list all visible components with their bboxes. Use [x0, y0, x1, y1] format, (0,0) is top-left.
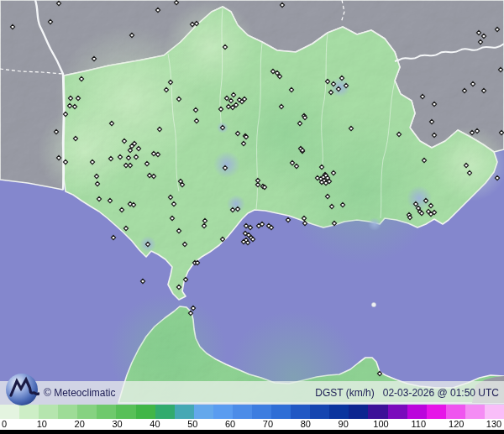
gust-halo [213, 151, 240, 178]
colorbar-tick-label: 50 [187, 419, 197, 430]
metric-label: DGST (km/h) [315, 387, 374, 399]
colorbar-segment [329, 405, 349, 419]
colorbar-tick-label: 10 [37, 419, 47, 430]
colorbar-segment [116, 405, 135, 419]
gust-halo [330, 77, 350, 97]
colorbar-tick-label: 130 [486, 419, 501, 430]
colorbar-ticks: 0102030405060708090100110120130 [0, 419, 504, 430]
colorbar [0, 405, 504, 419]
colorbar-segment [155, 405, 175, 419]
colorbar-segment [233, 405, 252, 419]
colorbar-segment [465, 405, 485, 419]
colorbar-segment [427, 405, 446, 419]
colorbar-tick-label: 30 [112, 419, 122, 430]
colorbar-segment [77, 405, 97, 419]
colorbar-segment [310, 405, 329, 419]
meteoclimatic-logo [4, 372, 39, 407]
colorbar-segment [271, 405, 291, 419]
colorbar-segment [388, 405, 407, 419]
colorbar-segment [291, 405, 310, 419]
colorbar-segment [39, 405, 58, 419]
colorbar-segment [175, 405, 194, 419]
colorbar-segment [252, 405, 271, 419]
colorbar-tick-label: 110 [412, 419, 427, 430]
weather-map-window: © Meteoclimatic DGST (km/h) 02-03-2026 @… [0, 0, 504, 434]
colorbar-segment [194, 405, 213, 419]
colorbar-segment [407, 405, 427, 419]
gust-halo [227, 195, 245, 213]
alboran-island [371, 302, 375, 306]
colorbar-segment [485, 405, 504, 419]
colorbar-tick-label: 80 [301, 419, 311, 430]
colorbar-tick-label: 40 [150, 419, 160, 430]
colorbar-tick-label: 120 [449, 419, 464, 430]
attribution-bar: © Meteoclimatic DGST (km/h) 02-03-2026 @… [0, 381, 504, 405]
colorbar-segment [349, 405, 368, 419]
attribution-text: © Meteoclimatic [44, 387, 116, 399]
gust-halo [368, 217, 381, 231]
colorbar-segment [58, 405, 77, 419]
colorbar-segment [368, 405, 387, 419]
colorbar-segment [97, 405, 116, 419]
colorbar-segment [213, 405, 233, 419]
colorbar-tick-label: 20 [75, 419, 85, 430]
colorbar-tick-label: 70 [263, 419, 273, 430]
colorbar-tick-label: 0 [2, 419, 7, 430]
status-group: DGST (km/h) 02-03-2026 @ 01:50 UTC [315, 387, 499, 399]
colorbar-tick-label: 60 [225, 419, 235, 430]
colorbar-tick-label: 100 [373, 419, 388, 430]
colorbar-tick-label: 90 [339, 419, 349, 430]
colorbar-segment [446, 405, 465, 419]
gust-map [0, 0, 504, 434]
colorbar-segment [136, 405, 155, 419]
timestamp: 02-03-2026 @ 01:50 UTC [383, 387, 499, 399]
bottom-border [0, 430, 504, 434]
